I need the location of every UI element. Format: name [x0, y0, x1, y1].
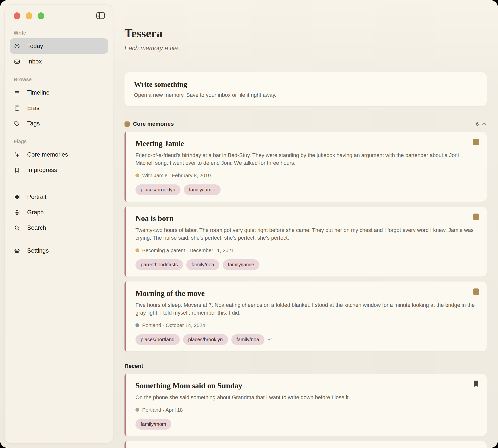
sidebar-item-label: Portrait	[27, 193, 46, 200]
tag-list: places/portlandplaces/brooklynfamily/noa…	[135, 334, 477, 345]
tag-icon	[14, 120, 20, 127]
core-memory-badge	[473, 214, 479, 220]
write-card-description: Open a new memory. Save to your inbox or…	[134, 92, 477, 98]
bookmark-flag-icon[interactable]	[473, 380, 479, 387]
core-memory-badge	[473, 288, 479, 295]
minimize-window-button[interactable]	[26, 12, 32, 19]
more-tags-label[interactable]: +1	[268, 337, 273, 342]
era-dot	[135, 323, 139, 327]
archive-icon	[14, 105, 20, 112]
bookmark-icon	[14, 167, 20, 173]
tag-pill[interactable]: family/mom	[135, 419, 171, 430]
card-meta-text: With Jamie · February 8, 2019	[142, 172, 211, 178]
memory-card-unboxing-the-kitchen[interactable]: Unboxing the kitchen Took a whole Saturd…	[124, 441, 487, 448]
sidebar-item-label: Today	[27, 43, 43, 50]
sidebar-item-graph[interactable]: Graph	[10, 205, 108, 220]
sidebar-titlebar	[5, 5, 113, 20]
card-body: Five hours of sleep. Movers at 7. Noa ea…	[135, 301, 477, 317]
tag-list: family/mom	[135, 419, 477, 430]
recent-label: Recent	[124, 363, 143, 369]
write-something-card[interactable]: Write something Open a new memory. Save …	[124, 72, 487, 106]
sidebar-item-label: Timeline	[27, 89, 50, 96]
memory-card-morning-of-the-move[interactable]: Morning of the move Five hours of sleep.…	[124, 281, 487, 351]
sidebar-item-label: In progress	[27, 167, 57, 173]
sidebar-item-today[interactable]: Today	[10, 38, 108, 54]
tag-pill[interactable]: places/portland	[135, 334, 180, 345]
tag-pill[interactable]: places/brooklyn	[135, 184, 181, 195]
core-memories-label: Core memories	[133, 121, 174, 127]
sidebar-item-label: Tags	[27, 120, 40, 127]
app-window: Write Today	[0, 0, 498, 448]
lines-icon	[14, 89, 20, 96]
gear-icon	[14, 247, 20, 254]
sun-icon	[14, 43, 20, 50]
memory-card-noa-is-born[interactable]: Noa is born Twenty-two hours of labor. T…	[124, 207, 487, 277]
tag-pill[interactable]: parenthood/firsts	[135, 259, 183, 270]
sidebar-item-in-progress[interactable]: In progress	[10, 162, 108, 178]
sidebar-item-settings[interactable]: Settings	[10, 243, 108, 258]
card-meta-text: Becoming a parent · December 11, 2021	[142, 247, 234, 253]
card-meta: With Jamie · February 8, 2019	[135, 172, 477, 178]
tag-pill[interactable]: family/noa	[186, 259, 219, 270]
sidebar-item-label: Search	[27, 224, 46, 231]
sidebar-toggle-icon[interactable]	[96, 12, 106, 20]
sidebar-item-label: Settings	[27, 247, 49, 254]
sidebar-item-label: Core memories	[27, 151, 68, 158]
tag-pill[interactable]: family/jamie	[184, 184, 221, 195]
card-meta: Portland · October 14, 2024	[135, 322, 477, 328]
sidebar-item-core-memories[interactable]: Core memories	[10, 147, 108, 162]
card-title: Meeting Jamie	[135, 139, 477, 148]
memory-card-something-mom-said[interactable]: Something Mom said on Sunday On the phon…	[124, 374, 487, 436]
sparkles-icon	[14, 151, 20, 158]
sidebar-item-inbox[interactable]: Inbox	[10, 54, 108, 69]
page-subtitle: Each memory a tile.	[124, 45, 487, 52]
recent-list: Something Mom said on Sunday On the phon…	[124, 374, 487, 448]
inbox-icon	[14, 58, 20, 65]
memory-card-meeting-jamie[interactable]: Meeting Jamie Friend-of-a-friend's birth…	[124, 132, 487, 202]
era-dot	[135, 248, 139, 252]
recent-section-header: Recent	[124, 363, 487, 369]
search-icon	[14, 224, 20, 231]
tag-pill[interactable]: family/noa	[231, 334, 264, 345]
card-title: Noa is born	[135, 214, 477, 223]
tag-pill[interactable]: family/jamie	[223, 259, 259, 270]
sidebar-item-portrait[interactable]: Portrait	[10, 189, 108, 205]
page-title: Tessera	[124, 26, 487, 40]
window-controls	[14, 12, 44, 19]
core-memories-section-header: Core memories 6	[124, 121, 487, 127]
sidebar-section-browse: Browse	[10, 77, 108, 82]
sidebar-section-flags: Flags	[10, 139, 108, 144]
close-window-button[interactable]	[14, 12, 20, 19]
card-meta: Becoming a parent · December 11, 2021	[135, 247, 477, 253]
card-meta: Portland · April 18	[135, 407, 477, 413]
sidebar-section-write: Write	[10, 30, 108, 36]
card-meta-text: Portland · October 14, 2024	[142, 322, 205, 328]
sidebar-item-search[interactable]: Search	[10, 220, 108, 235]
core-memories-list: Meeting Jamie Friend-of-a-friend's birth…	[124, 132, 487, 351]
sidebar-item-timeline[interactable]: Timeline	[10, 85, 108, 100]
tag-pill[interactable]: places/brooklyn	[183, 334, 228, 345]
dots-cluster-icon	[14, 209, 20, 216]
sidebar-item-label: Eras	[27, 105, 39, 112]
sidebar-item-label: Inbox	[27, 58, 42, 65]
sidebar-item-eras[interactable]: Eras	[10, 100, 108, 116]
grid-icon	[14, 194, 20, 200]
zoom-window-button[interactable]	[38, 12, 44, 19]
core-memories-count: 6	[476, 121, 479, 127]
card-body: Friend-of-a-friend's birthday at a bar i…	[135, 152, 477, 167]
core-memories-swatch	[124, 121, 130, 127]
chevron-up-icon[interactable]	[481, 121, 487, 127]
sidebar-item-label: Graph	[27, 209, 44, 216]
card-title: Morning of the move	[135, 289, 477, 298]
tag-list: places/brooklynfamily/jamie	[135, 184, 477, 195]
era-dot	[135, 173, 139, 177]
card-body: Twenty-two hours of labor. The room got …	[135, 226, 477, 242]
write-card-title: Write something	[134, 80, 477, 89]
card-title: Something Mom said on Sunday	[135, 381, 477, 390]
era-dot	[135, 408, 139, 412]
sidebar-nav: Write Today	[5, 30, 113, 258]
core-memory-badge	[473, 139, 479, 145]
tag-list: parenthood/firstsfamily/noafamily/jamie	[135, 259, 477, 270]
sidebar-item-tags[interactable]: Tags	[10, 116, 108, 131]
card-body: On the phone she said something about Gr…	[135, 394, 477, 401]
